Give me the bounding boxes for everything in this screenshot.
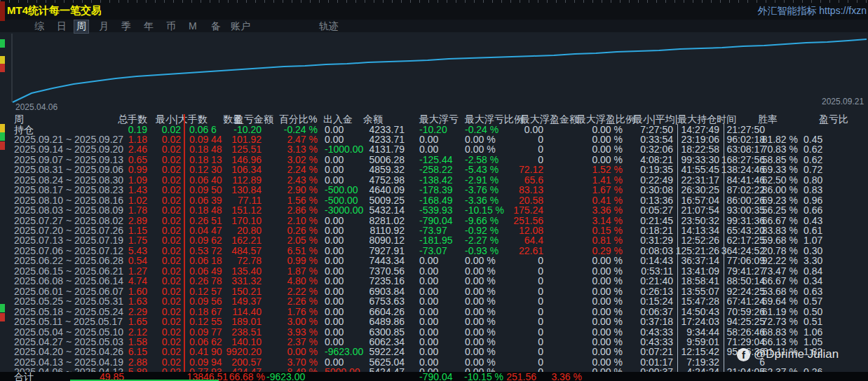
cell-fp_pct: 0.00 % (592, 276, 623, 286)
cell-profit: 9920.20 (226, 347, 262, 356)
cell-dd: 0.00 (419, 144, 438, 154)
brand-link[interactable]: 外汇智能指标 https://fxzn (757, 5, 867, 18)
cell-profit: 149.37 (231, 296, 262, 306)
cell-total_lots: 2.12 (128, 327, 147, 337)
cell-profit: 189.01 (231, 317, 262, 326)
cell-profit_pct: 2.22 % (287, 286, 318, 296)
cell-cash: 0.00 (325, 155, 344, 165)
cell-profit_pct: 6.51 % (287, 246, 318, 256)
cell-fp: 22.61 (519, 246, 543, 256)
cell-max_lot: 0.41 (189, 347, 208, 356)
cell-t_max: 87:02:22 (727, 185, 766, 195)
column-header: 盈亏金额 (234, 114, 273, 124)
chart-start-date-label: 2025.04.06 (15, 102, 57, 112)
cell-t_avg: 16:57:04 (681, 195, 720, 205)
cell-count: 48 (211, 205, 222, 215)
menu-item-备[interactable]: 备 (209, 20, 223, 33)
cell-t_max: 67:41:24 (727, 296, 766, 306)
cell-count: 44 (211, 134, 222, 144)
cell-max_lot: 0.53 (189, 246, 208, 256)
cell-dd_pct: 0.00 % (465, 286, 496, 296)
cell-balance: 6062.34 (369, 337, 405, 347)
cell-max_lot: 0.18 (189, 307, 208, 317)
cell-fp_pct: 0.00 % (592, 347, 623, 356)
cell-total_lots: 1.02 (128, 195, 147, 205)
cell-ratio: 0.84 (803, 266, 822, 276)
cell-max_lot: 0.12 (189, 286, 208, 296)
cell-win: 66.13 % (762, 337, 798, 347)
menu-item-季[interactable]: 季 (119, 20, 133, 33)
cell-dd_pct: 0.00 % (465, 296, 496, 306)
menu-item-日[interactable]: 日 (55, 20, 69, 33)
cell-cash: 0.00 (325, 276, 344, 286)
cell-min_lot: 0.02 (162, 286, 181, 296)
menu-item-月[interactable]: 月 (97, 20, 111, 33)
cell-balance: 4752.98 (369, 175, 405, 185)
cell-profit: -10.20 (233, 125, 262, 134)
menu-item-周[interactable]: 周 (74, 20, 88, 33)
cell-count: 30 (211, 165, 222, 174)
cell-count: 47 (211, 226, 222, 235)
cell-count: 13 (211, 155, 222, 165)
row-marker (0, 141, 5, 150)
cell-dd: 0.00 (419, 307, 438, 317)
cell-t_min: 0:18:21 (640, 226, 673, 235)
period-menu-bar: 综日周月季年币M备账户轨迹 (0, 20, 868, 32)
cell-total_lots: 5.43 (128, 246, 147, 256)
menu-item-账户[interactable]: 账户 (229, 20, 252, 33)
cell-win: 66.67 % (762, 216, 798, 226)
cell-win: 69.33 % (762, 165, 798, 174)
menu-item-M[interactable]: M (187, 20, 199, 32)
cell-ratio: 0.72 (803, 165, 822, 174)
row-marker (0, 1, 5, 21)
cell-total_lots: 0.65 (128, 155, 147, 165)
menu-item-币[interactable]: 币 (164, 20, 178, 33)
cell-count: 6 (211, 125, 217, 134)
facebook-icon: f (737, 348, 750, 361)
cell-cash: 0.00 (325, 327, 344, 337)
cell-fp_pct: 0.00 % (592, 286, 623, 296)
table-column-divider (677, 124, 678, 372)
cell-count: 62 (211, 235, 222, 245)
cell-count: 18 (211, 256, 222, 265)
cell-fp_pct: 0.00 % (592, 327, 623, 337)
cell-profit_pct: 2.24 % (287, 165, 318, 174)
cell-fp: 0 (538, 256, 543, 265)
cell-win: 73.47 % (762, 266, 798, 276)
cell-win: 68.83 % (762, 327, 798, 337)
cell-total_lots: 2.88 (128, 357, 147, 367)
cell-ratio: 0.43 (803, 216, 822, 226)
cell-balance: 7235.16 (369, 276, 405, 286)
cell-t_avg: 18:58:41 (681, 276, 720, 286)
cell-max_lot: 0.09 (189, 185, 208, 195)
menu-item-轨迹[interactable]: 轨迹 (317, 20, 341, 33)
cell-dd: -790.04 (419, 216, 452, 226)
cell-t_max: 364:24:52 (721, 246, 765, 256)
cell-dd_pct: -2.58 % (465, 155, 499, 165)
cell-max_lot: 0.18 (189, 205, 208, 215)
cell-fp_pct: 0.00 % (592, 155, 623, 165)
cell-t_avg: 14:50:43 (681, 307, 720, 317)
totals-dd_pct: -10.15 % (464, 372, 503, 381)
cell-date: 2025.08.03 ~ 2025.08.09 (14, 205, 123, 215)
cell-date: 2025.04.27 ~ 2025.05.03 (14, 337, 123, 347)
cell-max_lot: 0.18 (189, 144, 208, 154)
menu-item-综[interactable]: 综 (32, 20, 46, 33)
cell-dd: -181.95 (419, 235, 452, 245)
menu-item-年[interactable]: 年 (142, 20, 156, 33)
cell-fp_pct: 3.14 % (592, 216, 623, 226)
cell-profit: 114.40 (232, 307, 262, 317)
cell-t_min: 0:13:36 (640, 195, 673, 205)
cell-dd_pct: 0.00 % (465, 266, 496, 276)
column-header: 最小|大手数 (156, 114, 208, 124)
cell-profit: 146.96 (231, 155, 262, 165)
cell-balance: 7927.91 (369, 246, 405, 256)
cell-profit_pct: 2.86 % (287, 205, 318, 215)
cell-t_avg: 99:33:30 (681, 155, 720, 165)
cell-min_lot: 0.02 (162, 307, 181, 317)
cell-dd_pct: 0.00 % (465, 357, 496, 367)
cell-dd: 0.00 (419, 286, 438, 296)
cell-t_max: 77:06:09 (727, 256, 766, 265)
table-column-divider (724, 124, 724, 372)
cell-ratio: 0.30 (803, 246, 822, 256)
